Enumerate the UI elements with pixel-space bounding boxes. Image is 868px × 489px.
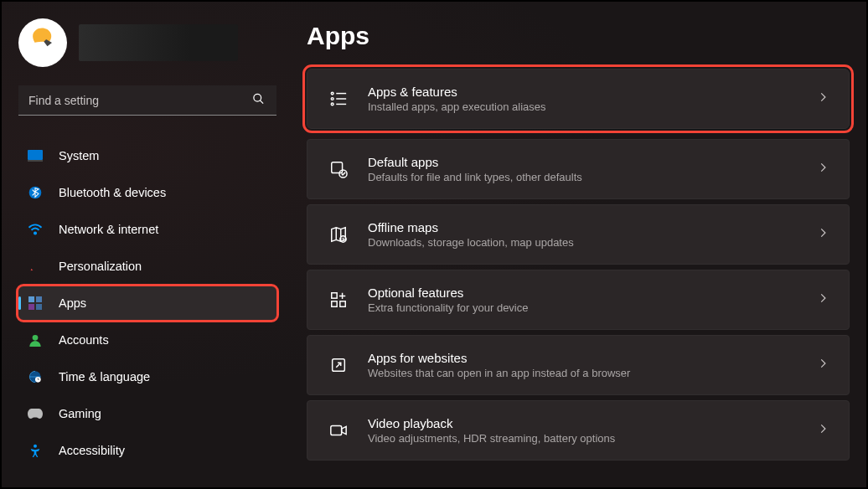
svg-rect-23 xyxy=(332,293,337,298)
svg-point-13 xyxy=(34,445,37,448)
chevron-right-icon xyxy=(817,358,829,373)
svg-point-18 xyxy=(331,103,333,106)
sidebar-item-network[interactable]: Network & internet xyxy=(18,213,276,246)
svg-point-14 xyxy=(331,92,333,95)
card-offline-maps[interactable]: Offline maps Downloads, storage location… xyxy=(307,204,850,265)
monitor-icon xyxy=(27,147,44,164)
svg-rect-3 xyxy=(28,160,43,162)
svg-point-10 xyxy=(33,335,39,341)
sidebar-item-accounts[interactable]: Accounts xyxy=(18,323,276,357)
open-external-icon xyxy=(328,354,349,376)
card-subtitle: Websites that can open in an app instead… xyxy=(368,367,798,379)
card-text: Video playback Video adjustments, HDR st… xyxy=(368,416,798,445)
nav-label: Bluetooth & devices xyxy=(59,186,166,199)
svg-point-5 xyxy=(34,232,36,234)
svg-point-16 xyxy=(331,98,333,100)
svg-line-1 xyxy=(260,100,263,104)
card-text: Optional features Extra functionality fo… xyxy=(368,286,798,314)
grid-plus-icon xyxy=(328,289,349,311)
svg-point-0 xyxy=(254,94,261,101)
card-video-playback[interactable]: Video playback Video adjustments, HDR st… xyxy=(307,400,850,461)
search-input[interactable] xyxy=(18,85,276,116)
nav-label: Gaming xyxy=(59,407,101,420)
svg-rect-27 xyxy=(331,426,342,435)
globe-clock-icon xyxy=(27,368,44,385)
svg-rect-2 xyxy=(28,150,43,160)
nav-label: Network & internet xyxy=(59,223,158,236)
apps-icon xyxy=(27,295,44,311)
nav-label: Apps xyxy=(59,296,86,310)
search-icon[interactable] xyxy=(252,93,265,109)
svg-rect-7 xyxy=(36,296,42,302)
profile-section[interactable] xyxy=(18,18,276,67)
page-title: Apps xyxy=(307,22,850,50)
chevron-right-icon xyxy=(817,91,829,106)
wifi-icon xyxy=(27,221,44,238)
main-content: Apps Apps & features Installed apps, app… xyxy=(287,2,866,487)
card-apps-features[interactable]: Apps & features Installed apps, app exec… xyxy=(307,69,850,129)
sidebar-item-apps[interactable]: Apps xyxy=(18,286,276,320)
default-apps-icon xyxy=(328,158,349,180)
svg-rect-25 xyxy=(340,301,345,306)
accessibility-icon xyxy=(27,442,44,459)
search-row xyxy=(18,85,276,116)
chevron-right-icon xyxy=(817,227,829,242)
card-apps-websites[interactable]: Apps for websites Websites that can open… xyxy=(307,335,850,395)
card-title: Video playback xyxy=(368,416,798,430)
profile-name-redacted xyxy=(79,24,238,61)
card-subtitle: Defaults for file and link types, other … xyxy=(368,171,798,183)
person-icon xyxy=(27,332,44,348)
card-title: Apps for websites xyxy=(368,351,798,365)
card-title: Optional features xyxy=(368,286,798,300)
svg-rect-9 xyxy=(36,304,42,310)
nav-label: System xyxy=(59,149,99,162)
card-subtitle: Installed apps, app execution aliases xyxy=(368,100,798,113)
card-text: Apps & features Installed apps, app exec… xyxy=(368,85,798,113)
nav-list: System Bluetooth & devices Network & int… xyxy=(18,139,276,467)
card-title: Default apps xyxy=(368,155,798,169)
svg-rect-24 xyxy=(332,301,337,306)
list-icon xyxy=(328,88,349,110)
card-subtitle: Downloads, storage location, map updates xyxy=(368,236,798,249)
nav-label: Accessibility xyxy=(59,444,125,457)
sidebar-item-bluetooth[interactable]: Bluetooth & devices xyxy=(18,176,276,209)
card-text: Apps for websites Websites that can open… xyxy=(368,351,798,379)
map-icon xyxy=(328,224,349,245)
card-default-apps[interactable]: Default apps Defaults for file and link … xyxy=(307,139,850,199)
avatar xyxy=(18,18,67,67)
svg-rect-8 xyxy=(28,304,34,310)
card-title: Apps & features xyxy=(368,85,798,99)
card-text: Offline maps Downloads, storage location… xyxy=(368,220,798,249)
sidebar-item-time[interactable]: Time & language xyxy=(18,360,276,394)
nav-label: Accounts xyxy=(59,333,109,347)
chevron-right-icon xyxy=(817,423,829,438)
settings-card-list: Apps & features Installed apps, app exec… xyxy=(307,69,850,461)
sidebar-item-accessibility[interactable]: Accessibility xyxy=(18,434,276,467)
svg-rect-6 xyxy=(28,296,34,302)
paintbrush-icon xyxy=(27,258,44,275)
sidebar-item-personalization[interactable]: Personalization xyxy=(18,250,276,283)
controller-icon xyxy=(27,405,44,422)
card-title: Offline maps xyxy=(368,220,798,234)
sidebar-item-gaming[interactable]: Gaming xyxy=(18,397,276,430)
sidebar: System Bluetooth & devices Network & int… xyxy=(2,2,287,487)
bluetooth-icon xyxy=(27,184,44,201)
video-icon xyxy=(328,420,349,441)
card-subtitle: Video adjustments, HDR streaming, batter… xyxy=(368,432,798,445)
card-text: Default apps Defaults for file and link … xyxy=(368,155,798,183)
nav-label: Personalization xyxy=(59,260,142,273)
chevron-right-icon xyxy=(817,162,829,177)
card-optional-features[interactable]: Optional features Extra functionality fo… xyxy=(307,270,850,330)
sidebar-item-system[interactable]: System xyxy=(18,139,276,172)
nav-label: Time & language xyxy=(59,370,150,383)
card-subtitle: Extra functionality for your device xyxy=(368,301,798,314)
chevron-right-icon xyxy=(817,292,829,307)
